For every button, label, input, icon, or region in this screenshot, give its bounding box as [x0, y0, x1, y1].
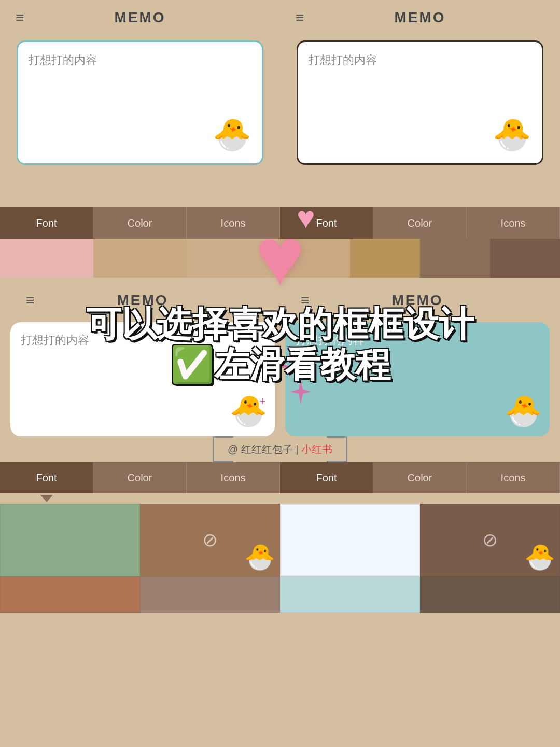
btab-left-color[interactable]: Color — [93, 462, 187, 493]
bottom-left-title: MEMO — [117, 292, 168, 309]
right-memo-placeholder: 打想打的内容 — [309, 53, 377, 66]
swatch-r4[interactable] — [490, 239, 560, 278]
left-color-swatches — [0, 239, 280, 278]
right-tab-color[interactable]: Color — [373, 208, 467, 239]
swatch-dark-taupe[interactable] — [420, 576, 560, 613]
bottom-right-card[interactable]: 打想打的内容 🐣 — [285, 322, 550, 436]
bottom-right-title: MEMO — [391, 292, 443, 309]
watermark-area: @ 红红红包子 | 小红书 — [0, 436, 560, 462]
tab-arrows — [0, 493, 560, 504]
right-memo-card[interactable]: 打想打的内容 🐣 — [297, 40, 543, 165]
top-tab-bar: Font Color Icons Font Color Icons — [0, 208, 560, 239]
middle-section: ♥ ♥ ≡ MEMO 打想打的内容 🐣 + + — [0, 278, 560, 462]
left-memo-placeholder: 打想打的内容 — [29, 53, 97, 66]
arrow-down-left — [40, 495, 53, 502]
swatch-r3[interactable] — [420, 239, 490, 278]
right-color-swatches — [280, 239, 560, 278]
swatch-tan2[interactable] — [187, 239, 280, 278]
bottom-left-panel: ≡ MEMO 打想打的内容 🐣 + + — [10, 283, 280, 436]
right-tab-icons[interactable]: Icons — [467, 208, 560, 239]
swatch-r2[interactable] — [350, 239, 420, 278]
swatch-taupe[interactable] — [140, 576, 280, 613]
left-tab-font[interactable]: Font — [0, 208, 93, 239]
swatch-tan[interactable] — [93, 239, 187, 278]
swatch-dark-brown-duck[interactable]: ⊘ 🐣 — [420, 504, 560, 576]
left-duck-icon: 🐣 — [213, 116, 251, 153]
spacer1 — [93, 493, 560, 504]
swatch-duck-icon1: 🐣 — [244, 543, 275, 572]
btab-left-icons[interactable]: Icons — [187, 462, 280, 493]
left-tab-icons[interactable]: Icons — [187, 208, 280, 239]
btab-right-color[interactable]: Color — [373, 462, 467, 493]
swatch-medium-brown[interactable] — [0, 576, 140, 613]
btab-left-font[interactable]: Font — [0, 462, 93, 493]
no-entry-icon1: ⊘ — [202, 529, 218, 551]
right-tab-font[interactable]: Font — [280, 208, 373, 239]
bottom-left-card[interactable]: 打想打的内容 🐣 + + — [10, 322, 275, 436]
svg-text:+: + — [259, 395, 266, 408]
swatch-duck-icon2: 🐣 — [524, 543, 555, 572]
bottom-left-header: ≡ MEMO — [10, 283, 275, 318]
top-section: ≡ MEMO 打想打的内容 🐣 ≡ MEMO 打想打的内容 🐣 — [0, 0, 560, 208]
left-memo-card[interactable]: 打想打的内容 🐣 — [17, 40, 263, 165]
watermark-brand: 小红书 — [301, 444, 332, 455]
left-font-arrow — [0, 493, 93, 504]
bottom-left-menu-icon[interactable]: ≡ — [26, 292, 34, 309]
left-app-panel: ≡ MEMO 打想打的内容 🐣 — [0, 0, 280, 208]
bottom-swatches-grid: ⊘ 🐣 ⊘ 🐣 — [0, 504, 560, 613]
watermark-separator: | — [296, 444, 301, 455]
sparkle-decoration: + + — [249, 338, 321, 423]
left-app-header: ≡ MEMO — [0, 0, 280, 35]
bottom-left-placeholder: 打想打的内容 — [21, 334, 89, 347]
right-app-panel: ≡ MEMO 打想打的内容 🐣 — [280, 0, 560, 208]
bottom-right-tabs: Font Color Icons — [280, 462, 560, 493]
swatch-r1[interactable] — [280, 239, 350, 278]
color-row-1 — [0, 239, 560, 278]
swatch-brown-duck[interactable]: ⊘ 🐣 — [140, 504, 280, 576]
watermark-prefix: @ 红红红包子 — [228, 444, 293, 455]
no-entry-icon2: ⊘ — [482, 529, 498, 551]
svg-text:+: + — [296, 356, 302, 369]
right-menu-icon[interactable]: ≡ — [296, 9, 304, 26]
right-app-header: ≡ MEMO — [280, 0, 560, 35]
right-duck-icon: 🐣 — [493, 116, 531, 153]
swatch-pink[interactable] — [0, 239, 93, 278]
bottom-app-row: ≡ MEMO 打想打的内容 🐣 + + ≡ — [0, 278, 560, 436]
right-app-title: MEMO — [394, 9, 445, 26]
swatch-white[interactable] — [280, 504, 420, 576]
swatch-light-teal[interactable] — [280, 576, 420, 613]
bottom-right-header: ≡ MEMO — [285, 283, 550, 318]
bottom-right-duck: 🐣 — [505, 393, 542, 428]
watermark: @ 红红红包子 | 小红书 — [228, 442, 332, 457]
bottom-left-tabs: Font Color Icons — [0, 462, 280, 493]
bottom-tab-bar: Font Color Icons Font Color Icons — [0, 462, 560, 493]
btab-right-icons[interactable]: Icons — [467, 462, 560, 493]
swatch-green[interactable] — [0, 504, 140, 576]
left-app-title: MEMO — [114, 9, 165, 26]
left-menu-icon[interactable]: ≡ — [16, 9, 24, 26]
left-tab-section: Font Color Icons — [0, 208, 280, 239]
left-tab-color[interactable]: Color — [93, 208, 187, 239]
bottom-right-menu-icon[interactable]: ≡ — [301, 292, 309, 309]
btab-right-font[interactable]: Font — [280, 462, 373, 493]
right-tab-section: Font Color Icons — [280, 208, 560, 239]
